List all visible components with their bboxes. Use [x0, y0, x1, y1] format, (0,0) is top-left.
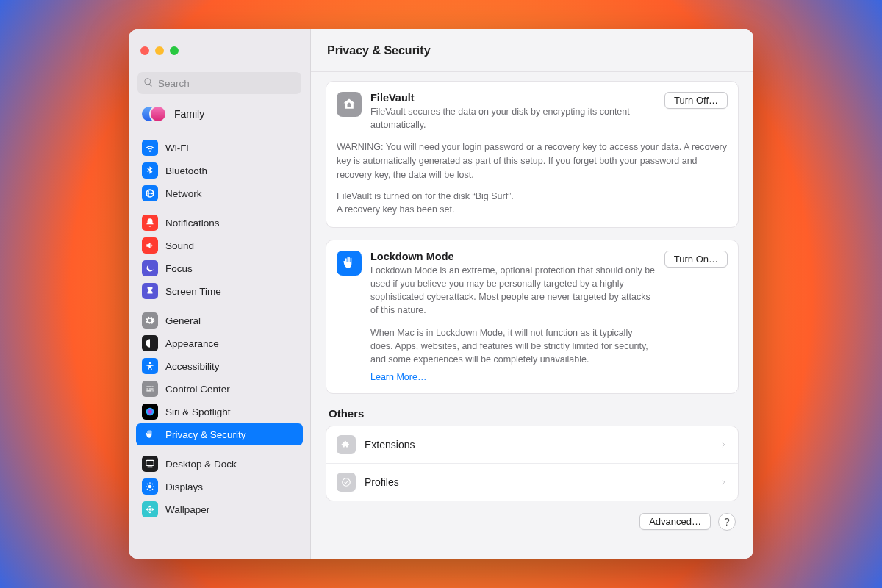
minimize-icon[interactable]	[155, 46, 164, 55]
chevron-right-icon	[720, 476, 728, 488]
sliders-icon	[142, 381, 158, 397]
sidebar-item-label: Siri & Spotlight	[165, 406, 231, 417]
sidebar-item-label: Displays	[165, 481, 203, 492]
dock-icon	[142, 456, 158, 472]
sidebar-item-controlcenter[interactable]: Control Center	[136, 378, 303, 400]
others-row-profiles[interactable]: Profiles	[326, 463, 738, 501]
sidebar-item-label: General	[165, 315, 201, 326]
hourglass-icon	[142, 283, 158, 299]
speaker-icon	[142, 237, 158, 254]
sidebar-item-notifications[interactable]: Notifications	[136, 212, 303, 234]
siri-icon	[142, 404, 158, 420]
family-avatars-icon	[140, 104, 167, 123]
svg-point-4	[148, 485, 152, 489]
svg-rect-3	[148, 467, 153, 468]
sidebar-item-label: Accessibility	[165, 361, 220, 372]
titlebar-right: Privacy & Security	[311, 29, 753, 72]
lockdown-card: Lockdown Mode Lockdown Mode is an extrem…	[326, 240, 739, 394]
svg-point-0	[149, 362, 151, 364]
sidebar-item-network[interactable]: Network	[136, 182, 303, 204]
puzzle-icon	[337, 435, 356, 454]
hand-icon	[142, 426, 158, 442]
bell-icon	[142, 215, 158, 231]
search-input[interactable]: Search	[137, 72, 301, 94]
sidebar-item-appearance[interactable]: Appearance	[136, 332, 303, 354]
svg-point-1	[146, 408, 154, 416]
sidebar-item-family[interactable]: Family	[136, 101, 303, 129]
titlebar-left	[129, 29, 310, 72]
sidebar-item-siri[interactable]: Siri & Spotlight	[136, 401, 303, 423]
sidebar-item-label: Appearance	[165, 338, 219, 349]
main-pane: Privacy & Security FileVault FileVault s…	[311, 29, 753, 559]
sidebar-item-label: Bluetooth	[165, 165, 207, 176]
wifi-icon	[142, 140, 158, 156]
sidebar-item-privacy[interactable]: Privacy & Security	[136, 423, 303, 445]
list-row-label: Profiles	[365, 476, 399, 488]
close-icon[interactable]	[140, 46, 149, 55]
traffic-lights	[140, 46, 179, 55]
gear-icon	[142, 312, 158, 329]
bluetooth-icon	[142, 162, 158, 179]
list-row-label: Extensions	[365, 439, 415, 451]
moon-icon	[142, 260, 158, 276]
sidebar-item-label: Network	[165, 188, 202, 199]
sidebar-item-wallpaper[interactable]: Wallpaper	[136, 498, 303, 520]
search-icon	[143, 77, 154, 90]
lockdown-title: Lockdown Mode	[370, 251, 656, 262]
filevault-card: FileVault FileVault secures the data on …	[326, 81, 739, 228]
sidebar-item-label: Control Center	[165, 384, 230, 395]
svg-rect-2	[146, 460, 154, 465]
badge-icon	[337, 473, 356, 492]
zoom-icon[interactable]	[170, 46, 179, 55]
sidebar-item-label: Desktop & Dock	[165, 459, 237, 470]
hand-icon	[337, 251, 362, 276]
svg-point-5	[148, 508, 151, 511]
globe-icon	[142, 185, 158, 201]
svg-point-6	[343, 478, 351, 487]
filevault-turnoff-button[interactable]: Turn Off…	[664, 92, 728, 109]
sidebar-item-displays[interactable]: Displays	[136, 476, 303, 498]
sidebar-scroll[interactable]: Family Wi-FiBluetoothNetworkNotification…	[129, 101, 310, 559]
house-lock-icon	[337, 92, 362, 117]
search-wrap: Search	[129, 72, 310, 101]
accessibility-icon	[142, 358, 158, 374]
sidebar-item-sound[interactable]: Sound	[136, 234, 303, 257]
advanced-button[interactable]: Advanced…	[639, 513, 711, 530]
appearance-icon	[142, 335, 158, 351]
lockdown-desc: Lockdown Mode is an extreme, optional pr…	[370, 264, 656, 318]
sidebar-item-label: Privacy & Security	[165, 429, 246, 440]
settings-window: Search Family Wi-FiBluetoothNetworkNotif…	[129, 29, 753, 559]
others-row-extensions[interactable]: Extensions	[326, 426, 738, 463]
lockdown-learnmore-link[interactable]: Learn More…	[370, 372, 426, 382]
sidebar-item-accessibility[interactable]: Accessibility	[136, 355, 303, 377]
help-button[interactable]: ?	[718, 513, 736, 531]
sidebar-item-wifi[interactable]: Wi-Fi	[136, 137, 303, 159]
others-list: ExtensionsProfiles	[326, 426, 739, 501]
sidebar-item-bluetooth[interactable]: Bluetooth	[136, 159, 303, 182]
sidebar-item-label: Focus	[165, 263, 193, 274]
sidebar-item-label: Notifications	[165, 218, 220, 229]
content-scroll[interactable]: FileVault FileVault secures the data on …	[311, 72, 753, 559]
filevault-status: FileVault is turned on for the disk “Big…	[337, 190, 728, 218]
chevron-right-icon	[720, 439, 728, 451]
sidebar-item-screentime[interactable]: Screen Time	[136, 280, 303, 302]
filevault-title: FileVault	[370, 92, 656, 104]
sidebar-item-general[interactable]: General	[136, 309, 303, 331]
flower-icon	[142, 501, 158, 517]
sidebar-item-label: Screen Time	[165, 286, 221, 297]
page-title: Privacy & Security	[327, 44, 431, 57]
sidebar: Search Family Wi-FiBluetoothNetworkNotif…	[129, 29, 311, 559]
lockdown-turnon-button[interactable]: Turn On…	[664, 251, 728, 268]
sidebar-item-label: Sound	[165, 240, 194, 251]
others-heading: Others	[329, 407, 736, 420]
sidebar-item-label: Family	[174, 108, 204, 120]
sidebar-item-label: Wi-Fi	[165, 143, 188, 154]
lockdown-desc2: When Mac is in Lockdown Mode, it will no…	[370, 326, 656, 366]
search-placeholder: Search	[158, 78, 190, 89]
footer-row: Advanced… ?	[326, 513, 739, 531]
sidebar-item-desktopdock[interactable]: Desktop & Dock	[136, 453, 303, 475]
sun-icon	[142, 478, 158, 495]
sidebar-item-focus[interactable]: Focus	[136, 257, 303, 279]
filevault-warning: WARNING: You will need your login passwo…	[337, 140, 728, 182]
filevault-desc: FileVault secures the data on your disk …	[370, 105, 656, 132]
